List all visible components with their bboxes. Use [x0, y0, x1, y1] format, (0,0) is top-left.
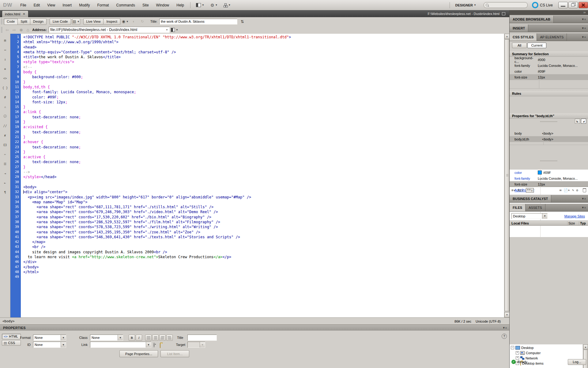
code-line[interactable]: 33 <p><img src="images/index.jpg" width=… — [10, 195, 504, 200]
panel-menu-icon[interactable]: ▼≡ — [503, 326, 507, 329]
tag-selector-body[interactable]: <body> — [2, 319, 15, 323]
menu-item-site[interactable]: Site — [139, 0, 153, 10]
manage-sites-link[interactable]: Manage Sites — [564, 214, 585, 218]
sort-properties-icon[interactable]: Az↓ — [518, 188, 524, 192]
code-line[interactable]: 44 site design and images copyright Dust… — [10, 250, 504, 255]
scrollbar-thumb[interactable] — [505, 39, 509, 311]
stop-icon[interactable]: ⊗ — [20, 28, 23, 32]
restore-doc-icon[interactable] — [502, 12, 505, 15]
live-view-button[interactable]: Live View — [83, 18, 104, 25]
summary-row[interactable]: font-familyLucida Console, Monaco... — [510, 63, 588, 68]
code-line[interactable]: 16a:link { — [10, 109, 504, 114]
size-column[interactable]: Size — [567, 221, 579, 225]
show-list-icon[interactable]: ◢ — [581, 119, 586, 124]
code-line[interactable]: 17 text-decoration: none; — [10, 115, 504, 120]
line-numbers-icon[interactable]: # — [2, 94, 9, 101]
collapse-full-tag-icon[interactable]: ↤ — [2, 46, 9, 53]
menu-item-file[interactable]: File — [17, 0, 30, 10]
inspect-button[interactable]: Inspect — [104, 18, 120, 25]
summary-row[interactable]: background-c...#000 — [510, 57, 588, 63]
wrap-tag-icon[interactable]: ⟪⟫ — [2, 141, 9, 148]
disable-css-property-icon[interactable]: ⊘ — [576, 188, 578, 192]
balance-braces-icon[interactable]: { } — [2, 84, 9, 91]
site-menu-button[interactable]: ▼ — [224, 3, 231, 7]
forward-icon[interactable]: ⇨ — [13, 28, 16, 32]
file-transfer-icon[interactable]: ⇅ — [239, 19, 246, 25]
collapse-panels-button[interactable]: ›› — [510, 10, 588, 15]
workspace-switcher[interactable]: DESIGNER▼ — [452, 3, 479, 7]
insert-tab[interactable]: INSERT — [510, 25, 528, 32]
open-documents-icon[interactable]: ▤ — [2, 37, 9, 44]
code-line[interactable]: 9 background-color: #000; — [10, 75, 504, 79]
point-to-file-icon[interactable] — [154, 343, 154, 347]
minimize-button[interactable] — [558, 2, 568, 8]
code-line[interactable]: 10} — [10, 80, 504, 85]
code-line[interactable]: 24} — [10, 150, 504, 155]
layout-switcher-button[interactable]: ▼ — [196, 3, 204, 7]
code-line[interactable]: 6<style type="text/css"> — [10, 59, 504, 64]
code-line[interactable]: 29</style></head> — [10, 174, 504, 179]
code-line[interactable]: 26 text-decoration: none; — [10, 159, 504, 164]
tree-item-computer[interactable]: +Computer — [510, 350, 588, 355]
rule-row[interactable]: body<body> — [510, 130, 588, 136]
show-category-view-icon[interactable]: ≡• — [511, 188, 515, 192]
code-view-button[interactable]: Code — [4, 18, 17, 25]
panel-splitter[interactable] — [510, 160, 588, 162]
panel-menu-icon[interactable]: ▼≡ — [582, 27, 586, 30]
panel-splitter[interactable]: ◣ ◢ — [510, 121, 588, 123]
tree-item-desktop[interactable]: −Desktop — [510, 345, 588, 350]
code-line[interactable]: 25a:active { — [10, 155, 504, 159]
code-line[interactable]: 49 — [10, 274, 504, 279]
check-browser-compat-button[interactable]: ▤▼ — [72, 18, 80, 25]
code-line[interactable]: 4<meta http-equiv="Content-Type" content… — [10, 50, 504, 55]
show-cascade-icon[interactable]: ◣ — [575, 119, 580, 124]
code-line[interactable]: 31<body> — [10, 185, 504, 190]
menu-item-commands[interactable]: Commands — [113, 0, 139, 10]
recent-snippets-icon[interactable]: ✂ — [2, 151, 9, 158]
code-line[interactable]: 35 <area shape="rect" coords="687,111,78… — [10, 205, 504, 209]
insert-panel-header[interactable]: INSERT ▼≡ — [510, 24, 588, 32]
validate-markup-icon[interactable]: ◐ — [130, 19, 138, 25]
toolbar-grip[interactable] — [1, 19, 2, 24]
address-input[interactable]: file:///F|/Websites/thesleepless.net - D… — [49, 27, 170, 33]
local-files-column[interactable]: Local Files — [510, 221, 567, 225]
browserlab-tab[interactable]: ADOBE BROWSERLAB — [510, 16, 554, 23]
files-tab[interactable]: FILES — [510, 204, 526, 211]
format-source-code-icon[interactable]: ¶ — [2, 189, 9, 196]
scroll-up-icon[interactable]: ▲ — [504, 34, 510, 39]
code-line[interactable]: 34 <map name="Map" id="Map"> — [10, 200, 504, 205]
tab-close-icon[interactable]: ✕ — [23, 13, 25, 16]
code-line[interactable]: 40 <area shape="rect" coords="143,295,19… — [10, 230, 504, 235]
menu-item-help[interactable]: Help — [173, 0, 188, 10]
code-vertical-scrollbar[interactable]: ▲ ▼ — [504, 34, 510, 317]
code-line[interactable]: 23 text-decoration: none; — [10, 145, 504, 150]
code-line[interactable]: 36 <area shape="rect" coords="679,246,79… — [10, 209, 504, 214]
type-column[interactable]: Typ — [579, 221, 588, 225]
ordered-list-button[interactable] — [152, 335, 159, 341]
page-properties-button[interactable]: Page Properties... — [119, 350, 158, 357]
code-line[interactable]: 45 to learn more visit <a href="http://w… — [10, 255, 504, 259]
remove-comment-icon[interactable]: ✘ — [2, 132, 9, 139]
edit-style-icon[interactable]: ✎ — [572, 188, 574, 192]
code-line[interactable]: 18} — [10, 120, 504, 125]
code-line[interactable]: 7<!-- — [10, 65, 504, 70]
log-button[interactable]: Log... — [568, 359, 586, 365]
summary-row[interactable]: font-size12px — [510, 74, 588, 80]
properties-panel-header[interactable]: PROPERTIES ▼≡ — [0, 324, 509, 331]
delete-css-rule-icon[interactable] — [583, 188, 586, 192]
scroll-down-icon[interactable]: ▼ — [504, 312, 510, 317]
collapse-selection-icon[interactable]: ↥ — [2, 56, 9, 63]
code-line[interactable]: 46</div> — [10, 259, 504, 264]
code-line[interactable]: 48</html> — [10, 270, 504, 274]
help-icon[interactable]: ? — [502, 334, 507, 339]
address-dropdown-icon[interactable]: ▼ — [166, 29, 168, 31]
document-title-input[interactable] — [159, 19, 237, 25]
outdent-code-icon[interactable]: ⇤ — [2, 179, 9, 186]
code-line[interactable]: 39 <area shape="rect" coords="578,538,72… — [10, 224, 504, 229]
toolbar-grip[interactable] — [1, 27, 2, 33]
css-property-row[interactable]: font-familyLucida Console, Monaco... — [510, 175, 588, 181]
code-line[interactable]: 11body,td,th { — [10, 85, 504, 90]
close-button[interactable] — [579, 2, 588, 8]
code-line[interactable]: 42 </map> — [10, 240, 504, 244]
code-line[interactable]: 28--> — [10, 170, 504, 174]
